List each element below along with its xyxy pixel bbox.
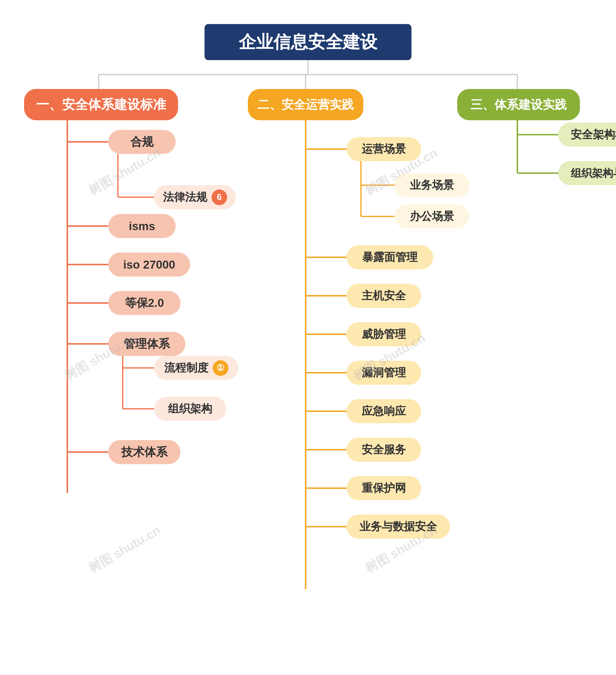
col2-child-0-1: 办公场景 [395,204,469,228]
col1-child-2: iso 27000 [108,252,190,277]
col1-child-4-1: 组织架构 [154,397,226,421]
col3-child-1: 组织架构与知识体系 [558,161,616,185]
col3-child-0: 安全架构模型 [558,123,616,147]
col1-child-3: 等保2.0 [108,291,181,315]
col1-child-4-0: 流程制度 ① [154,356,238,380]
watermark-5: 树图 shutu.cn [85,522,163,577]
root-node: 企业信息安全建设 [205,24,411,60]
diagram-container: 企业信息安全建设 一、安全体系建设标准 合规 法律法规 6 isms iso 2… [0,0,616,675]
col1-child-0: 合规 [108,130,176,154]
col2-child-3: 威胁管理 [346,322,421,346]
col2-child-6: 安全服务 [346,438,421,462]
badge-1: ① [213,360,228,376]
col2-child-2: 主机安全 [346,284,421,308]
badge-6: 6 [211,190,227,205]
col1-child-1: isms [108,214,176,238]
col2-child-0-0: 业务场景 [395,173,469,197]
col1-child-5: 技术体系 [108,440,181,464]
col2-child-4: 漏洞管理 [346,361,421,385]
col2-child-1: 暴露面管理 [346,245,433,269]
col3-main-node: 三、体系建设实践 [457,89,580,120]
col1-main-node: 一、安全体系建设标准 [24,89,178,120]
col2-child-7: 重保护网 [346,476,421,500]
col1-child-4: 管理体系 [108,332,185,356]
col2-child-8: 业务与数据安全 [346,515,450,539]
col1-child-0-0: 法律法规 6 [154,185,236,209]
col2-main-node: 二、安全运营实践 [248,89,363,120]
col2-child-5: 应急响应 [346,399,421,423]
col2-child-0: 运营场景 [346,137,421,161]
